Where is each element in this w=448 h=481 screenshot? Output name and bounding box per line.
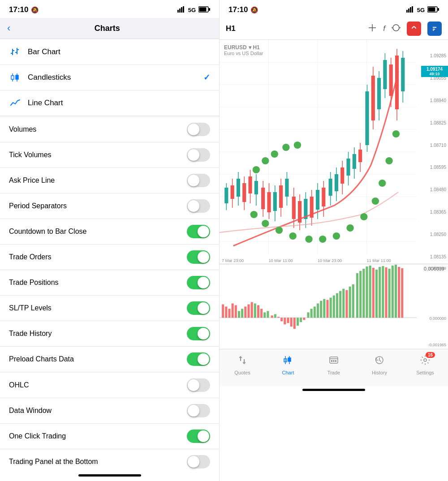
oscillator-panel: AO 0.005340 0.006039 bbox=[220, 264, 448, 349]
svg-rect-97 bbox=[371, 76, 375, 120]
svg-rect-71 bbox=[292, 197, 296, 219]
chart-tab-icon bbox=[283, 355, 293, 368]
history-label: History bbox=[372, 370, 387, 375]
svg-rect-134 bbox=[228, 309, 230, 318]
svg-point-115 bbox=[276, 227, 283, 234]
toggle-ask-price[interactable] bbox=[187, 174, 210, 187]
setting-period-sep: Period Separators bbox=[0, 193, 219, 219]
setting-sltp-label: SL/TP Levels bbox=[9, 304, 52, 312]
object-icon[interactable] bbox=[392, 23, 401, 34]
toggle-countdown[interactable] bbox=[187, 225, 210, 238]
svg-rect-178 bbox=[372, 268, 375, 318]
setting-trading-panel: Trading Panel at the Bottom bbox=[0, 449, 219, 474]
toggle-one-click[interactable] bbox=[187, 429, 210, 443]
svg-rect-17 bbox=[406, 10, 408, 13]
setting-sltp: SL/TP Levels bbox=[0, 296, 219, 321]
tab-quotes[interactable]: Quotes bbox=[220, 354, 265, 375]
status-right-left: 5G bbox=[177, 6, 210, 14]
svg-rect-18 bbox=[408, 9, 409, 13]
function-icon[interactable]: f bbox=[383, 24, 385, 33]
quotes-icon bbox=[237, 355, 248, 368]
svg-rect-171 bbox=[349, 287, 351, 318]
candle-chart-label: Candlesticks bbox=[28, 73, 203, 82]
candlestick-chart-svg: 7 Mar 23:00 10 Mar 11:00 10 Mar 23:00 11… bbox=[220, 40, 417, 264]
setting-ohlc-label: OHLC bbox=[9, 381, 29, 389]
svg-rect-34 bbox=[433, 30, 434, 31]
toggle-ohlc[interactable] bbox=[187, 378, 210, 392]
tab-chart[interactable]: Chart bbox=[265, 354, 311, 375]
chart-type-candle[interactable]: Candlesticks ✓ bbox=[0, 65, 219, 90]
price-tick-10: 1.08135 bbox=[418, 254, 446, 259]
toggle-volumes[interactable] bbox=[187, 123, 210, 136]
toggle-preload[interactable] bbox=[187, 352, 210, 366]
chart-symbol: EURUSD ▾ H1 bbox=[224, 43, 263, 51]
toggle-data-window[interactable] bbox=[187, 404, 210, 417]
bell-icon-left: 🔕 bbox=[31, 6, 39, 13]
svg-rect-198 bbox=[335, 360, 336, 362]
svg-point-125 bbox=[392, 130, 400, 137]
svg-rect-145 bbox=[263, 312, 266, 318]
setting-one-click: One Click Trading bbox=[0, 424, 219, 449]
setting-period-label: Period Separators bbox=[9, 202, 67, 210]
svg-rect-193 bbox=[288, 358, 291, 361]
back-button[interactable]: ‹ bbox=[7, 22, 10, 34]
toggle-trade-hist[interactable] bbox=[187, 327, 210, 340]
svg-rect-22 bbox=[428, 7, 435, 11]
svg-rect-186 bbox=[398, 267, 400, 318]
chart-type-bar[interactable]: Bar Chart bbox=[0, 39, 219, 65]
svg-rect-175 bbox=[362, 269, 365, 318]
quotes-label: Quotes bbox=[234, 370, 250, 375]
bar-chart-icon bbox=[9, 46, 22, 58]
toggle-tick-volumes[interactable] bbox=[187, 148, 210, 162]
ao-neg-label: -0.001965 bbox=[428, 343, 446, 347]
svg-rect-89 bbox=[346, 159, 350, 176]
svg-rect-196 bbox=[331, 360, 332, 362]
tab-trade[interactable]: Trade bbox=[311, 354, 357, 375]
setting-tick-volumes: Tick Volumes bbox=[0, 142, 219, 168]
blue-tool-button[interactable] bbox=[427, 21, 442, 36]
svg-rect-69 bbox=[285, 179, 289, 197]
home-indicator-area-right bbox=[220, 386, 448, 397]
ao-value-zero: 0.000000 bbox=[417, 316, 448, 321]
svg-rect-93 bbox=[358, 150, 362, 162]
svg-rect-138 bbox=[241, 309, 243, 318]
timeframe-label[interactable]: H1 bbox=[226, 24, 236, 33]
toggle-trade-pos[interactable] bbox=[187, 276, 210, 289]
svg-point-116 bbox=[289, 232, 297, 240]
setting-ohlc: OHLC bbox=[0, 373, 219, 398]
toggle-trading-panel[interactable] bbox=[187, 455, 210, 468]
toggle-sltp[interactable] bbox=[187, 301, 210, 315]
svg-rect-33 bbox=[433, 29, 435, 30]
svg-rect-157 bbox=[303, 318, 305, 320]
chart-area[interactable]: EURUSD ▾ H1 Euro vs US Dollar 1.09174 49… bbox=[220, 40, 448, 264]
tab-history[interactable]: History bbox=[357, 354, 402, 375]
svg-rect-49 bbox=[224, 188, 228, 203]
svg-rect-85 bbox=[335, 174, 338, 191]
toggle-trade-orders[interactable] bbox=[187, 250, 210, 264]
tab-settings[interactable]: 16 Settings bbox=[402, 354, 448, 375]
svg-rect-55 bbox=[242, 183, 246, 202]
network-right: 5G bbox=[417, 7, 425, 13]
crosshair-icon[interactable] bbox=[368, 23, 377, 34]
bell-icon-right: 🔕 bbox=[250, 6, 258, 13]
price-tick-7: 1.08480 bbox=[418, 187, 446, 192]
price-tick-4: 1.08825 bbox=[418, 120, 446, 125]
chart-type-line[interactable]: Line Chart bbox=[0, 90, 219, 116]
svg-rect-132 bbox=[222, 305, 224, 318]
status-right-right: 5G bbox=[406, 6, 439, 14]
ao-zero-label: 0.000000 bbox=[429, 316, 446, 321]
settings-badge: 16 bbox=[426, 352, 435, 358]
svg-point-111 bbox=[282, 144, 289, 151]
svg-rect-184 bbox=[392, 266, 394, 318]
svg-rect-91 bbox=[353, 154, 356, 169]
svg-rect-79 bbox=[316, 190, 319, 210]
svg-rect-14 bbox=[11, 76, 14, 79]
price-tick-9: 1.08250 bbox=[418, 232, 446, 237]
chart-label: Chart bbox=[282, 370, 294, 375]
red-tool-button[interactable] bbox=[407, 21, 421, 36]
svg-rect-182 bbox=[385, 267, 387, 318]
toggle-period-sep[interactable] bbox=[187, 199, 210, 213]
svg-rect-19 bbox=[410, 7, 411, 13]
svg-point-119 bbox=[333, 232, 340, 240]
battery-left bbox=[198, 6, 210, 14]
